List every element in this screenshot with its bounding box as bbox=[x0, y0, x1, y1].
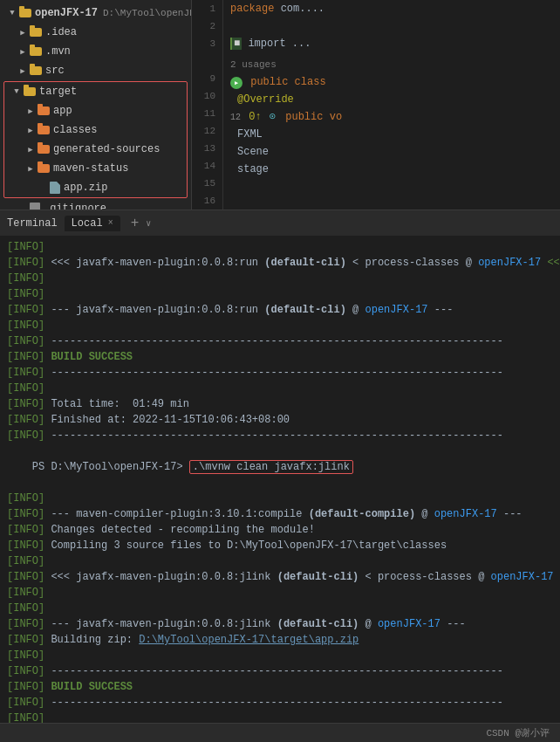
terminal-body[interactable]: [INFO] [INFO] <<< javafx-maven-plugin:0.… bbox=[0, 236, 560, 723]
code-line-2 bbox=[192, 17, 560, 35]
terminal-line: [INFO] --- maven-compiler-plugin:3.10.1:… bbox=[7, 506, 553, 522]
tree-item-src[interactable]: src bbox=[0, 61, 191, 80]
terminal-line: [INFO] Building zip: D:\MyTool\openJFX-1… bbox=[7, 632, 553, 648]
terminal-header: Terminal Local × + ∨ bbox=[0, 210, 560, 236]
terminal-line: [INFO] bbox=[7, 585, 553, 601]
tree-arrow-app-zip bbox=[38, 182, 48, 193]
terminal-line: [INFO] bbox=[7, 318, 553, 333]
code-line-15: stage bbox=[192, 161, 560, 178]
target-highlight-box: target app classes bbox=[3, 81, 188, 198]
tree-item-target[interactable]: target bbox=[4, 82, 187, 101]
tree-arrow-root bbox=[7, 8, 17, 18]
terminal-line: [INFO] Total time: 01:49 min bbox=[7, 396, 553, 412]
tree-label-src: src bbox=[45, 65, 65, 77]
terminal-line: [INFO] ---------------------------------… bbox=[7, 333, 553, 349]
tree-arrow-app bbox=[25, 106, 36, 116]
tree-label-gitignore: .gitignore bbox=[44, 203, 106, 210]
tree-label-mvn: .mvn bbox=[45, 45, 71, 58]
terminal-build-success-1: [INFO] BUILD SUCCESS bbox=[7, 349, 553, 365]
terminal-line: [INFO] ---------------------------------… bbox=[7, 428, 553, 443]
gitignore-icon bbox=[30, 203, 40, 210]
terminal-tab-label: Local bbox=[72, 217, 103, 230]
tree-label-classes: classes bbox=[53, 124, 97, 136]
terminal-build-success-2: [INFO] BUILD SUCCESS bbox=[7, 679, 553, 695]
tree-arrow-target bbox=[11, 86, 22, 97]
status-bar: CSDN @谢小评 bbox=[0, 723, 560, 742]
tree-label-app: app bbox=[53, 105, 72, 117]
terminal-tab-close[interactable]: × bbox=[108, 218, 113, 228]
tree-item-app[interactable]: app bbox=[4, 101, 187, 120]
terminal-line: [INFO] bbox=[7, 491, 553, 506]
command-highlight: .\mvnw clean javafx:jlink bbox=[189, 460, 353, 474]
terminal-line: [INFO] --- javafx-maven-plugin:0.0.8:run… bbox=[7, 302, 553, 318]
file-tree: openJFX-17 D:\MyTool\openJFX-17 .idea .m… bbox=[0, 0, 192, 210]
code-line-14: Scene bbox=[192, 143, 560, 161]
tree-label-generated-sources: generated-sources bbox=[53, 143, 160, 155]
code-line-usage: 2 usages bbox=[192, 56, 560, 73]
tree-item-maven-status[interactable]: maven-status bbox=[4, 159, 187, 178]
usage-count: 2 usages bbox=[230, 59, 277, 70]
tree-item-generated-sources[interactable]: generated-sources bbox=[4, 140, 187, 159]
terminal-line: [INFO] bbox=[7, 601, 553, 616]
tree-arrow-src bbox=[17, 65, 28, 76]
tree-root-label: openJFX-17 bbox=[35, 7, 98, 19]
terminal-line: [INFO] bbox=[7, 711, 553, 723]
tree-item-idea[interactable]: .idea bbox=[0, 23, 191, 42]
terminal-line: [INFO] bbox=[7, 239, 553, 255]
watermark: CSDN @谢小评 bbox=[486, 726, 550, 739]
code-line-16 bbox=[192, 178, 560, 196]
terminal-line: [INFO] bbox=[7, 381, 553, 396]
tree-item-classes[interactable]: classes bbox=[4, 120, 187, 140]
code-editor: 1 2 3 9 10 11 12 13 14 15 16 package com… bbox=[192, 0, 560, 210]
tree-arrow-idea bbox=[17, 27, 28, 38]
code-line-1: package com.... bbox=[192, 0, 560, 17]
tree-label-idea: .idea bbox=[45, 26, 77, 38]
terminal-line: [INFO] bbox=[7, 553, 553, 569]
tree-root-path: D:\MyTool\openJFX-17 bbox=[103, 8, 192, 18]
terminal-tab-local[interactable]: Local × bbox=[65, 216, 120, 231]
tree-item-gitignore[interactable]: .gitignore bbox=[0, 199, 191, 210]
code-line-11: @Override bbox=[192, 91, 560, 108]
terminal-line: [INFO] --- javafx-maven-plugin:0.0.8:jli… bbox=[7, 616, 553, 632]
terminal-line: [INFO] Finished at: 2022-11-15T10:06:43+… bbox=[7, 412, 553, 428]
tree-arrow-maven-status bbox=[25, 163, 36, 174]
terminal-line: [INFO] <<< javafx-maven-plugin:0.0.8:run… bbox=[7, 255, 553, 271]
terminal-chevron[interactable]: ∨ bbox=[146, 218, 151, 229]
terminal-line: [INFO] ---------------------------------… bbox=[7, 695, 553, 711]
terminal-line: [INFO] Changes detected - recompiling th… bbox=[7, 522, 553, 538]
code-line-3: ■ import ... bbox=[192, 35, 560, 52]
line-numbers: 1 2 3 9 10 11 12 13 14 15 16 bbox=[192, 0, 223, 210]
terminal-title: Terminal bbox=[7, 217, 58, 230]
tree-arrow-generated-sources bbox=[25, 144, 36, 155]
tree-item-app-zip[interactable]: app.zip bbox=[4, 178, 187, 197]
terminal-line: [INFO] bbox=[7, 648, 553, 663]
code-line-12: 12 0↑ ⊙ public vo bbox=[192, 108, 560, 126]
run-icon[interactable] bbox=[230, 77, 242, 89]
terminal-line: [INFO] bbox=[7, 271, 553, 286]
tree-arrow-mvn bbox=[17, 46, 28, 57]
tree-arrow-classes bbox=[25, 125, 36, 135]
terminal-line: [INFO] bbox=[7, 286, 553, 302]
terminal-line: [INFO] ---------------------------------… bbox=[7, 365, 553, 381]
tree-label-app-zip: app.zip bbox=[64, 182, 107, 194]
terminal-line: [INFO] ---------------------------------… bbox=[7, 663, 553, 679]
terminal-prompt-cmd: PS D:\MyTool\openJFX-17> .\mvnw clean ja… bbox=[7, 443, 553, 491]
tree-label-target: target bbox=[39, 86, 77, 98]
tree-root[interactable]: openJFX-17 D:\MyTool\openJFX-17 bbox=[0, 3, 191, 23]
terminal-add-button[interactable]: + bbox=[131, 216, 140, 231]
tree-item-mvn[interactable]: .mvn bbox=[0, 42, 191, 61]
code-line-10: public class bbox=[192, 73, 560, 91]
terminal-line: [INFO] Compiling 3 source files to D:\My… bbox=[7, 538, 553, 553]
tree-label-maven-status: maven-status bbox=[53, 162, 128, 175]
tree-arrow-gitignore bbox=[17, 203, 28, 210]
code-line-13: FXML bbox=[192, 126, 560, 143]
terminal-line: [INFO] <<< javafx-maven-plugin:0.0.8:jli… bbox=[7, 569, 553, 585]
